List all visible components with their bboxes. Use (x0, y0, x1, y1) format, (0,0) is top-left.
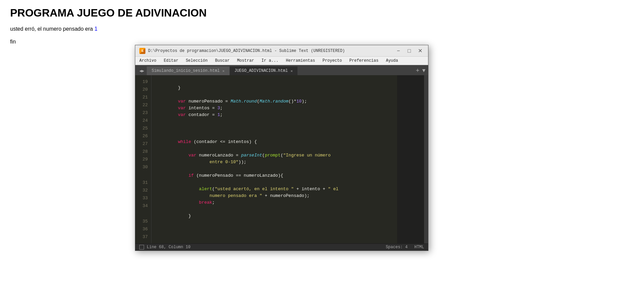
tab-juego[interactable]: JUEGO_ADIVINACION.html ✕ (230, 66, 298, 75)
status-spaces[interactable]: Spaces: 4 (386, 245, 408, 250)
minimize-button[interactable]: − (394, 47, 402, 55)
new-tab-icon[interactable]: + (416, 67, 420, 74)
title-bar: S D:\Proyectos de programacion\JUEGO_ADI… (135, 45, 428, 57)
window-title: D:\Proyectos de programacion\JUEGO_ADIVI… (148, 49, 345, 53)
subtitle-text: usted erró, el numero pensado era (10, 26, 94, 32)
menu-archivo[interactable]: Archivo (138, 58, 158, 64)
tabs-bar: ◀▶ Simulando_inicio_sesión.html ✕ JUEGO_… (135, 65, 428, 75)
menu-ira[interactable]: Ir a... (260, 58, 280, 64)
menu-herramientas[interactable]: Herramientas (285, 58, 316, 64)
menu-mostrar[interactable]: Mostrar (236, 58, 255, 64)
status-line-col: Line 68, Column 10 (147, 245, 191, 250)
menu-ayuda[interactable]: Ayuda (385, 58, 399, 64)
tab-simulando[interactable]: Simulando_inicio_sesión.html ✕ (147, 66, 229, 75)
menu-preferencias[interactable]: Preferencias (348, 58, 380, 64)
scrollbar[interactable] (424, 75, 428, 243)
menu-buscar[interactable]: Buscar (214, 58, 231, 64)
status-syntax[interactable]: HTML (414, 245, 424, 250)
fin-text: fin (10, 39, 634, 45)
menu-editar[interactable]: Editar (162, 58, 179, 64)
menu-bar: Archivo Editar Selección Buscar Mostrar … (135, 57, 428, 65)
minimap (397, 75, 424, 243)
sublime-icon: S (139, 48, 145, 54)
subtitle-line: usted erró, el numero pensado era 1 (10, 26, 634, 32)
line-numbers: 19 20 21 22 23 24 25 26 27 28 29 30 31 3… (135, 75, 151, 243)
status-bar: Line 68, Column 10 Spaces: 4 HTML (135, 243, 428, 251)
menu-proyecto[interactable]: Proyecto (321, 58, 343, 64)
code-content[interactable]: } var numeroPensado = Math.round(Math.ra… (151, 75, 397, 243)
sublime-window: S D:\Proyectos de programacion\JUEGO_ADI… (135, 45, 428, 251)
status-checkbox (139, 245, 144, 250)
code-area: 19 20 21 22 23 24 25 26 27 28 29 30 31 3… (135, 75, 428, 243)
tab-juego-close[interactable]: ✕ (290, 69, 293, 73)
close-button[interactable]: ✕ (416, 47, 424, 55)
tab-dropdown-icon[interactable]: ▼ (422, 68, 425, 74)
subtitle-number: 1 (94, 26, 97, 32)
maximize-button[interactable]: □ (405, 47, 413, 55)
tab-simulando-close[interactable]: ✕ (222, 69, 225, 73)
tab-nav-arrows[interactable]: ◀▶ (137, 66, 147, 75)
menu-seleccion[interactable]: Selección (185, 58, 209, 64)
page-title: PROGRAMA JUEGO DE ADIVINACION (10, 7, 634, 19)
